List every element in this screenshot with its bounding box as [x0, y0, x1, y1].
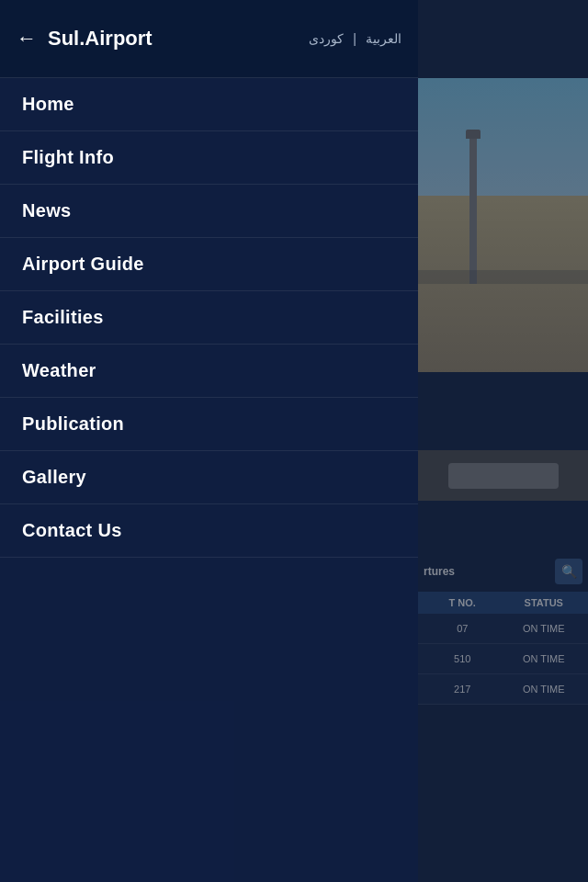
app-title: Sul.Airport: [48, 27, 153, 51]
col-header-num: T NO.: [422, 597, 503, 608]
nav-label-news: News: [22, 200, 71, 221]
lang-arabic[interactable]: العربية: [366, 31, 401, 46]
airport-image: [418, 78, 588, 372]
table-row: 510 ON TIME: [418, 644, 588, 674]
sidebar-item-publication[interactable]: Publication: [0, 398, 418, 451]
departures-label: rtures: [424, 565, 455, 578]
sidebar-item-facilities[interactable]: Facilities: [0, 291, 418, 345]
nav-label-gallery: Gallery: [22, 467, 86, 488]
sidebar-item-gallery[interactable]: Gallery: [0, 451, 418, 504]
sidebar-item-weather[interactable]: Weather: [0, 345, 418, 398]
nav-menu: Home Flight Info News Airport Guide Faci…: [0, 78, 418, 882]
table-row: 217 ON TIME: [418, 674, 588, 705]
search-icon[interactable]: 🔍: [555, 559, 582, 584]
nav-label-contact-us: Contact Us: [22, 520, 122, 541]
table-header-row: T NO. STATUS: [418, 592, 588, 614]
sidebar-item-home[interactable]: Home: [0, 78, 418, 131]
flight-num-2: 510: [422, 653, 503, 664]
sidebar-drawer: ← Sul.Airport كوردى | العربية Home Fligh…: [0, 0, 418, 882]
nav-label-airport-guide: Airport Guide: [22, 254, 144, 275]
lang-divider: |: [353, 31, 356, 46]
table-row: 07 ON TIME: [418, 614, 588, 644]
nav-label-facilities: Facilities: [22, 307, 104, 328]
sidebar-header: ← Sul.Airport كوردى | العربية: [0, 0, 418, 78]
nav-label-home: Home: [22, 94, 74, 115]
flight-status-2: ON TIME: [503, 653, 585, 664]
lang-kurdish[interactable]: كوردى: [309, 31, 344, 46]
nav-label-publication: Publication: [22, 413, 124, 435]
nav-label-flight-info: Flight Info: [22, 147, 114, 168]
col-header-status: STATUS: [503, 597, 585, 608]
flight-status-1: ON TIME: [503, 623, 585, 634]
flight-table-bg: rtures 🔍 T NO. STATUS 07 ON TIME 510 ON …: [418, 551, 588, 882]
flight-num-3: 217: [422, 684, 503, 695]
flight-status-3: ON TIME: [503, 684, 585, 695]
header-left: ← Sul.Airport: [17, 27, 153, 51]
back-button[interactable]: ←: [17, 27, 37, 51]
sidebar-item-airport-guide[interactable]: Airport Guide: [0, 238, 418, 291]
nav-label-weather: Weather: [22, 360, 96, 381]
search-area-bg: [418, 450, 588, 501]
language-selector: كوردى | العربية: [309, 31, 401, 46]
sidebar-item-contact-us[interactable]: Contact Us: [0, 504, 418, 558]
sidebar-item-flight-info[interactable]: Flight Info: [0, 131, 418, 185]
sidebar-item-news[interactable]: News: [0, 185, 418, 238]
flight-num-1: 07: [422, 623, 503, 634]
